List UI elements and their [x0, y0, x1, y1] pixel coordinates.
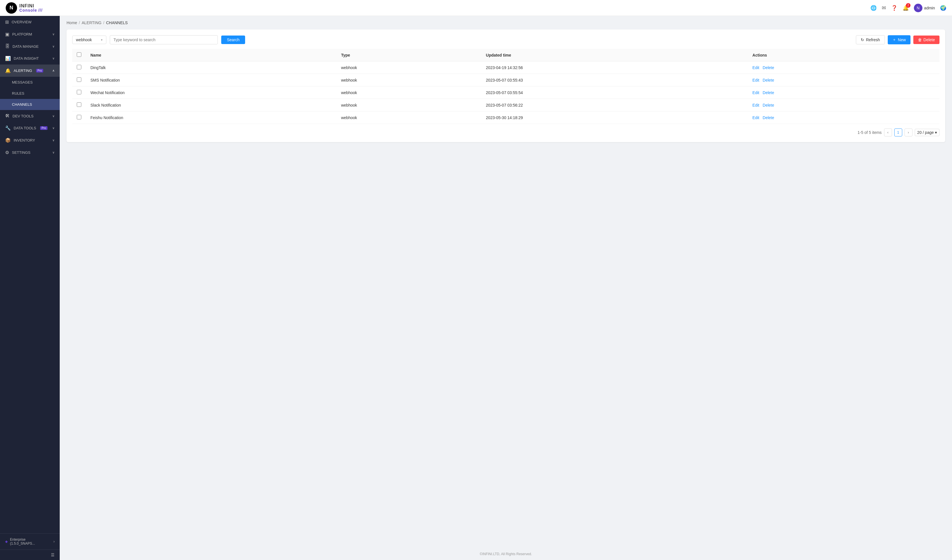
table-header-row: Name Type Updated time Actions: [72, 49, 940, 62]
row-name: SMS Notification: [86, 74, 336, 86]
notification-badge: 2: [906, 3, 910, 8]
row-actions: Edit Delete: [748, 86, 940, 99]
notification-icon[interactable]: 🔔 2: [903, 5, 909, 11]
search-input[interactable]: [110, 35, 218, 44]
sidebar-item-label-inventory: INVENTORY: [14, 138, 35, 142]
chevron-down-icon: ▾: [101, 38, 103, 42]
row-updated: 2023-05-07 03:56:22: [481, 99, 748, 111]
sidebar-item-alerting[interactable]: 🔔 ALERTING Pro ∧: [0, 65, 60, 77]
sidebar-item-settings[interactable]: ⚙ SETTINGS ∨: [0, 147, 60, 159]
th-type: Type: [336, 49, 481, 62]
sidebar-item-data-tools[interactable]: 🔧 DATA TOOLS Pro ∨: [0, 122, 60, 134]
sidebar-item-label-platform: PLATFORM: [12, 32, 32, 36]
edit-link[interactable]: Edit: [753, 90, 759, 95]
header-right: 🌐 ✉ ❓ 🔔 2 N admin 🌍: [870, 4, 946, 12]
toolbar: webhook ▾ Search ↻ Refresh ＋ New: [72, 35, 940, 44]
row-checkbox-1[interactable]: [77, 77, 81, 82]
sidebar-item-rules[interactable]: RULES: [0, 88, 60, 99]
user-menu[interactable]: N admin: [914, 4, 935, 12]
delete-link[interactable]: Delete: [763, 65, 774, 70]
sidebar-footer-chevron: ›: [54, 540, 55, 543]
sidebar-footer[interactable]: ◆ Enterprise (1.5.0_SNAPS... ›: [0, 533, 60, 549]
page-size-select[interactable]: 20 / page ▾: [915, 129, 940, 136]
pagination-prev[interactable]: ‹: [884, 128, 892, 136]
row-type: webhook: [336, 62, 481, 74]
pagination-page-1[interactable]: 1: [894, 128, 902, 136]
row-type: webhook: [336, 86, 481, 99]
sidebar-collapse-button[interactable]: ☰: [0, 549, 60, 560]
row-checkbox-cell: [72, 74, 86, 86]
help-icon[interactable]: ❓: [891, 5, 897, 11]
inventory-chevron: ∨: [52, 139, 55, 142]
sidebar-item-dev-tools[interactable]: 🛠 DEV TOOLS ∨: [0, 110, 60, 122]
channels-table: Name Type Updated time Actions DingTalk …: [72, 49, 940, 124]
breadcrumb-current: CHANNELS: [106, 20, 128, 25]
breadcrumb-home[interactable]: Home: [66, 20, 77, 25]
logo-text: INFINI Console ///: [19, 4, 43, 12]
table-row: SMS Notification webhook 2023-05-07 03:5…: [72, 74, 940, 86]
breadcrumb: Home / ALERTING / CHANNELS: [60, 16, 952, 29]
sidebar-item-messages[interactable]: MESSAGES: [0, 77, 60, 88]
row-checkbox-2[interactable]: [77, 90, 81, 94]
row-checkbox-cell: [72, 111, 86, 124]
globe-icon[interactable]: 🌐: [870, 5, 877, 11]
table-row: DingTalk webhook 2023-04-19 14:32:56 Edi…: [72, 62, 940, 74]
data-tools-icon: 🔧: [5, 125, 11, 131]
settings-chevron: ∨: [52, 151, 55, 154]
row-updated: 2023-05-07 03:55:54: [481, 86, 748, 99]
toolbar-right: ↻ Refresh ＋ New 🗑 Delete: [856, 35, 940, 44]
table-row: Feishu Notification webhook 2023-05-30 1…: [72, 111, 940, 124]
sidebar-item-data-manage[interactable]: 🗄 DATA MANAGE ∨: [0, 40, 60, 52]
edit-link[interactable]: Edit: [753, 65, 759, 70]
sidebar-item-overview[interactable]: ⊞ OVERVIEW: [0, 16, 60, 28]
main-content: Home / ALERTING / CHANNELS webhook ▾ Sea…: [60, 16, 952, 560]
row-type: webhook: [336, 111, 481, 124]
row-name: Slack Notification: [86, 99, 336, 111]
sidebar-item-label-overview: OVERVIEW: [12, 20, 32, 24]
edit-link[interactable]: Edit: [753, 103, 759, 108]
delete-link[interactable]: Delete: [763, 103, 774, 108]
top-header: N INFINI Console /// 🌐 ✉ ❓ 🔔 2 N admin 🌍: [0, 0, 952, 16]
trash-icon: 🗑: [918, 37, 922, 42]
row-checkbox-0[interactable]: [77, 65, 81, 69]
settings-icon: ⚙: [5, 150, 9, 155]
th-name: Name: [86, 49, 336, 62]
sidebar-item-data-insight[interactable]: 📊 DATA INSIGHT ∨: [0, 52, 60, 65]
breadcrumb-sep1: /: [79, 20, 80, 25]
delete-link[interactable]: Delete: [763, 90, 774, 95]
table-row: Wechat Notification webhook 2023-05-07 0…: [72, 86, 940, 99]
type-select[interactable]: webhook ▾: [72, 35, 107, 44]
refresh-icon: ↻: [861, 37, 864, 42]
sidebar: ⊞ OVERVIEW ▣ PLATFORM ∨ 🗄 DATA MANAGE ∨ …: [0, 16, 60, 560]
sidebar-item-label-channels: CHANNELS: [12, 102, 32, 106]
edit-link[interactable]: Edit: [753, 78, 759, 82]
delete-link[interactable]: Delete: [763, 116, 774, 120]
dev-tools-chevron: ∨: [52, 114, 55, 118]
settings-header-icon[interactable]: 🌍: [940, 5, 946, 11]
sidebar-item-channels[interactable]: CHANNELS: [0, 99, 60, 110]
dev-tools-icon: 🛠: [5, 113, 10, 119]
select-all-checkbox[interactable]: [77, 52, 81, 57]
pagination-next[interactable]: ›: [904, 128, 912, 136]
sidebar-footer-label: Enterprise (1.5.0_SNAPS...: [10, 538, 51, 546]
row-checkbox-3[interactable]: [77, 102, 81, 107]
logo-area: N INFINI Console ///: [6, 2, 43, 14]
row-checkbox-4[interactable]: [77, 115, 81, 119]
th-updated: Updated time: [481, 49, 748, 62]
data-tools-chevron: ∨: [52, 126, 55, 130]
edit-link[interactable]: Edit: [753, 116, 759, 120]
sidebar-item-inventory[interactable]: 📦 INVENTORY ∨: [0, 134, 60, 147]
delete-button[interactable]: 🗑 Delete: [913, 35, 940, 44]
content-card: webhook ▾ Search ↻ Refresh ＋ New: [66, 29, 945, 142]
sidebar-item-platform[interactable]: ▣ PLATFORM ∨: [0, 28, 60, 40]
search-button[interactable]: Search: [221, 35, 245, 44]
row-type: webhook: [336, 99, 481, 111]
delete-link[interactable]: Delete: [763, 78, 774, 82]
row-actions: Edit Delete: [748, 62, 940, 74]
sidebar-item-label-data-tools: DATA TOOLS: [14, 126, 36, 130]
new-button[interactable]: ＋ New: [888, 35, 910, 44]
refresh-button[interactable]: ↻ Refresh: [856, 35, 885, 44]
mail-icon[interactable]: ✉: [882, 5, 886, 11]
breadcrumb-alerting[interactable]: ALERTING: [82, 20, 102, 25]
sidebar-item-label-settings: SETTINGS: [12, 150, 31, 155]
